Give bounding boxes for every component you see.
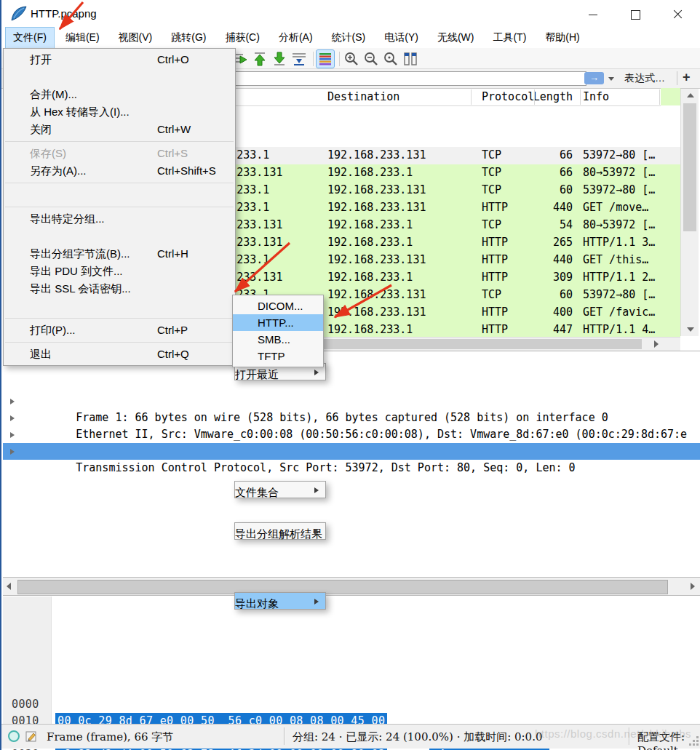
menu-item-shortcut: Ctrl+W: [157, 121, 191, 138]
cell-destination: 192.168.233.1: [327, 323, 413, 336]
scroll-thumb[interactable]: [322, 339, 642, 349]
file-menu-item[interactable]: 关闭 Ctrl+W: [4, 121, 235, 138]
details-horizontal-scrollbar: [3, 577, 700, 596]
submenu-item[interactable]: HTTP...: [233, 314, 323, 331]
status-displayed: 已显示: 24 (100.0%): [346, 730, 453, 743]
file-menu-item[interactable]: 导出对象: [234, 592, 326, 610]
menubar-item[interactable]: 帮助(H): [538, 28, 586, 48]
menubar-item[interactable]: 无线(W): [430, 28, 482, 48]
maximize-button[interactable]: [624, 7, 646, 22]
toolbar-separator: [339, 52, 340, 66]
detail-line[interactable]: Frame 1: 66 bytes on wire (528 bits), 66…: [3, 393, 700, 410]
column-header-destination[interactable]: Destination: [327, 90, 399, 103]
menu-item-shortcut: Ctrl+Q: [157, 346, 189, 363]
auto-scroll-icon[interactable]: [290, 50, 308, 68]
menubar-item[interactable]: 视图(V): [111, 28, 160, 48]
file-menu-item[interactable]: 导出分组解析结果: [234, 522, 326, 540]
menubar-item[interactable]: 跳转(G): [164, 28, 213, 48]
expression-button[interactable]: 表达式…: [624, 72, 665, 85]
scroll-thumb[interactable]: [683, 103, 696, 231]
submenu-item[interactable]: DICOM...: [233, 298, 323, 314]
apply-filter-button[interactable]: →: [584, 72, 604, 84]
scroll-right-arrow[interactable]: [649, 338, 664, 350]
file-menu-item[interactable]: [5, 141, 234, 142]
export-objects-submenu: DICOM...HTTP...SMB...TFTP: [232, 295, 324, 367]
file-menu-item[interactable]: [5, 342, 234, 343]
file-menu-item[interactable]: [5, 207, 234, 207]
file-menu-item[interactable]: 打印(P)... Ctrl+P: [4, 322, 235, 339]
column-header-info[interactable]: Info: [583, 90, 609, 103]
detail-line[interactable]: Ethernet II, Src: Vmware_c0:00:08 (00:50…: [3, 410, 700, 426]
menubar-item[interactable]: 文件(F): [6, 28, 54, 48]
filter-dropdown-caret-icon[interactable]: [605, 72, 617, 84]
file-menu-item[interactable]: 导出 SSL 会话密钥...: [4, 280, 235, 298]
toolbar-separator: [313, 52, 314, 66]
menubar-item[interactable]: 捕获(C): [218, 28, 266, 48]
file-menu-item[interactable]: 打开 Ctrl+O: [4, 51, 235, 68]
cell-protocol: HTTP: [482, 323, 508, 336]
scroll-thumb[interactable]: [17, 580, 668, 594]
capture-comment-icon[interactable]: [25, 730, 38, 743]
go-first-packet-icon[interactable]: [251, 50, 269, 68]
add-filter-button[interactable]: +: [683, 70, 691, 85]
capture-file-properties-icon[interactable]: [7, 730, 20, 743]
scroll-left-arrow[interactable]: [4, 581, 15, 592]
menubar-item[interactable]: 电话(Y): [377, 28, 426, 48]
menu-item-label: 打开最近: [235, 368, 279, 380]
cell-protocol: TCP: [482, 288, 501, 301]
cell-destination: 192.168.233.1: [327, 271, 413, 284]
detail-line[interactable]: Transmission Control Protocol, Src Port:…: [3, 443, 700, 460]
detail-line[interactable]: Internet Protocol Version 4, Src: 192.16…: [3, 426, 700, 443]
hex-view-pane: 0000 00 0c 29 8d 67 e0 00 50 56 c0 00 08…: [3, 597, 700, 724]
menu-item-label: 另存为(A)...: [30, 164, 87, 177]
menubar-item[interactable]: 统计(S): [325, 28, 373, 48]
dot-separator: ·: [457, 730, 461, 743]
cell-destination: 192.168.233.131: [327, 148, 426, 161]
file-menu-item[interactable]: 导出分组字节流(B)... Ctrl+H: [4, 245, 235, 263]
column-divider[interactable]: [534, 89, 535, 105]
file-menu-item[interactable]: [5, 183, 234, 183]
column-header-length[interactable]: Length: [511, 90, 573, 103]
zoom-in-icon[interactable]: [343, 50, 360, 68]
minimize-button[interactable]: [582, 7, 604, 22]
scroll-up-arrow[interactable]: [681, 89, 699, 102]
zoom-out-icon[interactable]: [362, 50, 380, 68]
cell-destination: 192.168.233.131: [327, 183, 426, 196]
cell-length: 440: [511, 253, 573, 266]
close-button[interactable]: [667, 7, 688, 22]
menubar-item[interactable]: 分析(A): [271, 28, 320, 48]
file-menu-item[interactable]: [5, 318, 234, 319]
colorize-packets-icon[interactable]: [317, 50, 334, 68]
column-divider[interactable]: [471, 89, 472, 105]
menu-item-label: 导出特定分组...: [30, 212, 105, 225]
list-corner-fill: [661, 88, 680, 105]
file-menu-item[interactable]: 从 Hex 转储导入(I)...: [4, 103, 235, 121]
menubar-item[interactable]: 工具(T): [485, 28, 533, 48]
zoom-reset-icon[interactable]: [382, 50, 399, 68]
go-last-packet-icon[interactable]: [271, 50, 288, 68]
cell-protocol: HTTP: [482, 306, 508, 319]
submenu-item[interactable]: SMB...: [233, 331, 323, 348]
file-menu-item[interactable]: 退出 Ctrl+Q: [4, 346, 235, 363]
column-divider[interactable]: [580, 89, 581, 105]
file-menu-item[interactable]: 文件集合: [234, 481, 326, 498]
file-menu-item[interactable]: 保存(S) Ctrl+S: [4, 145, 235, 162]
resize-columns-icon[interactable]: [402, 50, 419, 68]
cell-protocol: TCP: [482, 166, 501, 179]
file-menu-item[interactable]: 导出特定分组...: [4, 210, 235, 228]
scroll-down-arrow[interactable]: [681, 323, 699, 336]
menu-item-label: 导出 SSL 会话密钥...: [30, 282, 131, 295]
statusbar-divider: [284, 727, 285, 745]
title-bar[interactable]: HTTP.pcapng: [1, 0, 700, 28]
file-menu-item[interactable]: 另存为(A)... Ctrl+Shift+S: [4, 162, 235, 180]
window-title: HTTP.pcapng: [31, 7, 97, 20]
menubar-item[interactable]: 编辑(E): [58, 28, 107, 48]
file-menu-item[interactable]: 合并(M)...: [4, 86, 235, 103]
column-divider[interactable]: [659, 89, 660, 105]
status-packet-counts: 分组: 24 · 已显示: 24 (100.0%) · 加载时间: 0:0.0: [293, 730, 542, 744]
scroll-right-arrow[interactable]: [688, 581, 699, 592]
file-menu-item[interactable]: 导出 PDU 到文件...: [4, 263, 235, 280]
submenu-item[interactable]: TFTP: [233, 348, 323, 364]
cell-info: 53972→80 […: [583, 148, 655, 161]
menu-item-label: 退出: [30, 348, 52, 360]
